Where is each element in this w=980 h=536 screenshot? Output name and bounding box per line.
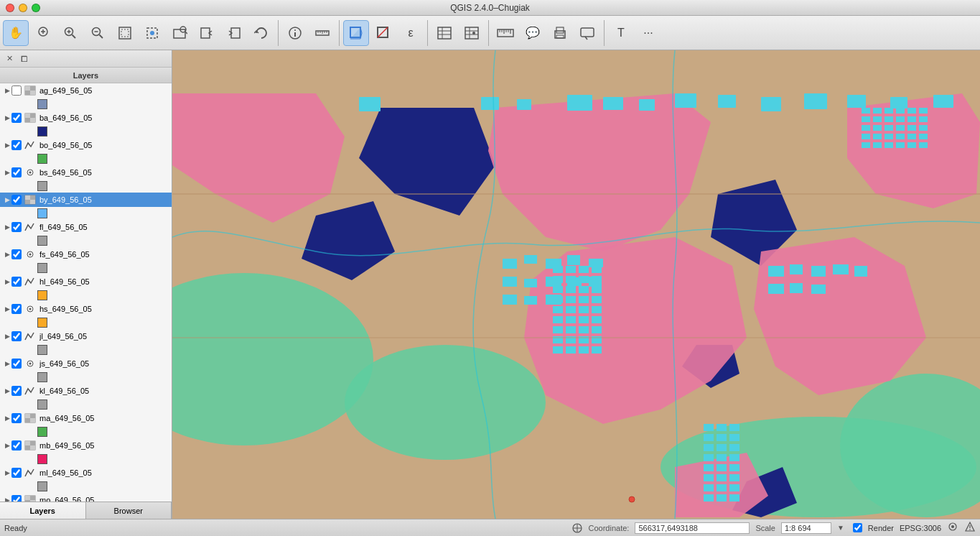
svg-rect-185 [704, 454, 714, 461]
collapse-layers-button[interactable]: ✕ [3, 52, 16, 65]
layer-name-bs: bs_649_56_05 [39, 168, 169, 177]
expand-layers-button[interactable]: ⧠ [17, 52, 30, 65]
map-tips-tool[interactable] [574, 20, 600, 46]
layer-expand-fs[interactable]: ▶ [3, 251, 11, 258]
layer-visibility-checkbox-ag[interactable] [11, 86, 22, 96]
layer-expand-ag[interactable]: ▶ [3, 87, 11, 94]
layer-item-hs[interactable]: ▶hs_649_56_05 [0, 302, 172, 316]
layer-expand-bo[interactable]: ▶ [3, 142, 11, 149]
annotation-tool[interactable]: 💬 [520, 20, 546, 46]
touch-zoom-tool[interactable] [30, 20, 56, 46]
svg-rect-107 [481, 97, 499, 110]
layer-expand-jl[interactable]: ▶ [3, 333, 11, 340]
measure-tool[interactable] [309, 20, 335, 46]
layer-item-mb[interactable]: ▶mb_649_56_05 [0, 438, 172, 453]
zoom-last-tool[interactable] [194, 20, 220, 46]
deselect-tool[interactable] [370, 20, 396, 46]
layer-expand-hl[interactable]: ▶ [3, 278, 11, 285]
layer-swatch-mb [37, 454, 47, 464]
layer-expand-ba[interactable]: ▶ [3, 114, 11, 121]
layer-expand-js[interactable]: ▶ [3, 360, 11, 367]
layer-item-mo[interactable]: ▶mo_649_56_05 [0, 493, 172, 502]
layers-list[interactable]: ▶ag_649_56_05▶ba_649_56_05▶bo_649_56_05▶… [0, 83, 172, 502]
scale-value-field[interactable]: 1:8 694 [781, 522, 831, 534]
pan-tool[interactable]: ✋ [3, 20, 29, 46]
layer-visibility-checkbox-bs[interactable] [11, 167, 22, 177]
map-area[interactable] [172, 50, 980, 519]
layer-item-by[interactable]: ▶by_649_56_05 [0, 193, 172, 207]
layer-item-fs[interactable]: ▶fs_649_56_05 [0, 247, 172, 262]
layer-visibility-checkbox-bo[interactable] [11, 140, 22, 150]
layer-item-ag[interactable]: ▶ag_649_56_05 [0, 83, 172, 98]
layers-tab[interactable]: Layers [0, 502, 86, 519]
crs-settings-icon[interactable] [964, 521, 976, 535]
layer-visibility-checkbox-kl[interactable] [11, 386, 22, 396]
refresh-tool[interactable] [248, 20, 274, 46]
layer-swatch-ml [37, 481, 47, 491]
svg-rect-228 [907, 142, 916, 148]
layer-visibility-checkbox-mb[interactable] [11, 440, 22, 450]
zoom-out-tool[interactable] [85, 20, 111, 46]
layer-item-fl[interactable]: ▶fl_649_56_05 [0, 220, 172, 234]
layer-expand-fl[interactable]: ▶ [3, 223, 11, 231]
svg-rect-77 [30, 414, 35, 418]
layer-expand-bs[interactable]: ▶ [3, 169, 11, 176]
layer-item-ba[interactable]: ▶ba_649_56_05 [0, 111, 172, 125]
layer-visibility-checkbox-by[interactable] [11, 195, 22, 205]
print-tool[interactable] [547, 20, 573, 46]
layer-expand-mo[interactable]: ▶ [3, 496, 11, 502]
layer-visibility-checkbox-js[interactable] [11, 359, 22, 369]
map-canvas[interactable] [172, 50, 980, 519]
layer-item-kl[interactable]: ▶kl_649_56_05 [0, 384, 172, 398]
layer-expand-mb[interactable]: ▶ [3, 442, 11, 449]
layer-visibility-checkbox-mo[interactable] [11, 495, 22, 502]
window-title: QGIS 2.4.0–Chugiak [450, 3, 530, 13]
layer-visibility-checkbox-hs[interactable] [11, 304, 22, 314]
layer-expand-hs[interactable]: ▶ [3, 305, 11, 313]
zoom-next-tool[interactable] [221, 20, 247, 46]
layer-item-bo[interactable]: ▶bo_649_56_05 [0, 138, 172, 152]
layer-swatch-jl [37, 345, 47, 355]
layer-visibility-checkbox-ba[interactable] [11, 113, 22, 123]
coordinate-value-field[interactable]: 566317,6493188 [635, 522, 750, 534]
layer-expand-ml[interactable]: ▶ [3, 469, 11, 476]
layer-item-bs[interactable]: ▶bs_649_56_05 [0, 165, 172, 180]
layer-item-hl[interactable]: ▶hl_649_56_05 [0, 274, 172, 289]
layer-item-jl[interactable]: ▶jl_649_56_05 [0, 329, 172, 343]
stat-summary-tool[interactable] [459, 20, 485, 46]
render-checkbox[interactable] [853, 523, 862, 532]
layer-expand-kl[interactable]: ▶ [3, 387, 11, 394]
layer-expand-ma[interactable]: ▶ [3, 415, 11, 422]
label-tool[interactable]: T [608, 20, 634, 46]
layer-item-js[interactable]: ▶js_649_56_05 [0, 356, 172, 371]
minimize-button[interactable] [19, 4, 27, 12]
zoom-in-tool[interactable] [57, 20, 83, 46]
ruler-tool[interactable] [493, 20, 518, 46]
svg-point-20 [294, 29, 296, 31]
layer-item-ma[interactable]: ▶ma_649_56_05 [0, 411, 172, 425]
layer-visibility-checkbox-hl[interactable] [11, 277, 22, 287]
svg-rect-120 [524, 255, 537, 264]
window-controls[interactable] [6, 4, 40, 12]
layer-visibility-checkbox-fs[interactable] [11, 249, 22, 259]
select-tool[interactable] [343, 20, 369, 46]
layer-expand-by[interactable]: ▶ [3, 196, 11, 203]
layer-visibility-checkbox-ml[interactable] [11, 468, 22, 478]
browser-tab[interactable]: Browser [86, 502, 172, 519]
close-button[interactable] [6, 4, 14, 12]
layer-visibility-checkbox-ma[interactable] [11, 413, 22, 423]
attribute-table-tool[interactable] [431, 20, 457, 46]
more-tool[interactable]: ··· [635, 20, 661, 46]
layer-visibility-checkbox-jl[interactable] [11, 331, 22, 341]
scale-dropdown-icon[interactable]: ▼ [837, 524, 844, 532]
maximize-button[interactable] [32, 4, 40, 12]
identify-tool[interactable] [282, 20, 308, 46]
expression-tool[interactable]: ε [398, 20, 424, 46]
zoom-layer-tool[interactable] [167, 20, 192, 46]
zoom-selected-tool[interactable] [139, 20, 165, 46]
svg-rect-167 [592, 326, 602, 333]
zoom-full-tool[interactable] [112, 20, 138, 46]
layer-visibility-checkbox-fl[interactable] [11, 222, 22, 232]
map-settings-icon[interactable] [947, 521, 958, 535]
layer-item-ml[interactable]: ▶ml_649_56_05 [0, 466, 172, 480]
